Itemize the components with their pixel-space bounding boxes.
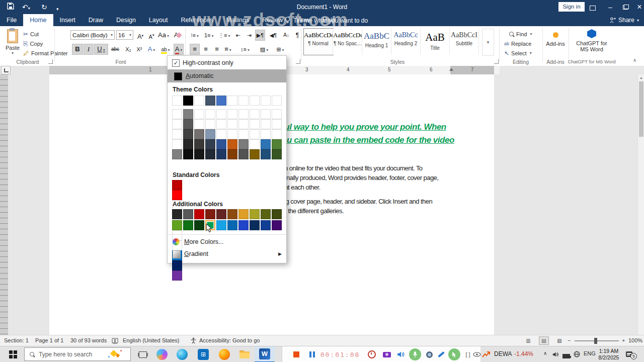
color-swatch[interactable] <box>205 139 215 149</box>
color-swatch[interactable] <box>261 149 271 159</box>
color-swatch[interactable] <box>205 96 215 106</box>
tab-layout[interactable]: Layout <box>142 14 175 26</box>
webcam-toggle-button[interactable] <box>423 346 435 362</box>
vertical-ruler[interactable] <box>0 74 8 335</box>
stop-recording-button[interactable] <box>290 346 302 362</box>
firefox-button[interactable] <box>215 346 233 362</box>
color-swatch[interactable] <box>227 129 237 139</box>
color-swatch[interactable] <box>238 139 249 149</box>
color-swatch[interactable] <box>261 109 271 119</box>
style-subtitle[interactable]: AaBbCcISubtitle <box>450 29 479 55</box>
color-swatch[interactable] <box>194 119 204 129</box>
grow-font-button[interactable]: A▴ <box>136 30 145 40</box>
color-swatch[interactable] <box>227 96 237 106</box>
scrollbar-thumb[interactable] <box>639 81 643 137</box>
color-swatch[interactable] <box>250 220 260 230</box>
accessibility-status[interactable]: Accessibility: Good to go <box>199 337 260 343</box>
color-swatch[interactable] <box>227 149 237 159</box>
tab-draw[interactable]: Draw <box>82 14 110 26</box>
sort-button[interactable]: A↓ <box>282 30 291 40</box>
align-left-button[interactable]: ≡ <box>190 44 199 54</box>
stock-widget-icon[interactable] <box>481 346 491 362</box>
color-swatch[interactable] <box>238 220 249 230</box>
color-swatch[interactable] <box>261 209 271 219</box>
color-swatch[interactable] <box>216 119 226 129</box>
change-case-button[interactable]: Aa▾ <box>158 30 169 40</box>
color-swatch[interactable] <box>183 96 193 106</box>
automatic-color-option[interactable]: Automatic <box>168 69 286 82</box>
color-swatch[interactable] <box>216 139 226 149</box>
bold-button[interactable]: B <box>72 44 83 54</box>
style-heading-2[interactable]: AaBbCcHeading 2 <box>391 29 421 55</box>
proofing-icon[interactable] <box>112 338 118 344</box>
close-button[interactable]: × <box>632 0 644 14</box>
color-swatch[interactable] <box>238 109 249 119</box>
microphone-toggle-button[interactable] <box>408 346 422 362</box>
tab-insert[interactable]: Insert <box>53 14 82 26</box>
color-swatch[interactable] <box>272 209 282 219</box>
read-mode-button[interactable]: ▥ <box>524 337 533 344</box>
color-swatch[interactable] <box>216 96 226 106</box>
tab-selector[interactable] <box>1 66 11 74</box>
color-swatch[interactable] <box>194 149 204 159</box>
color-swatch[interactable] <box>183 149 193 159</box>
tab-home[interactable]: Home <box>23 14 53 26</box>
color-swatch[interactable] <box>272 129 282 139</box>
color-swatch[interactable] <box>216 220 226 230</box>
zoom-slider-thumb[interactable] <box>594 338 597 344</box>
numbering-button[interactable]: 1≡▾ <box>204 30 214 40</box>
color-swatch[interactable] <box>238 119 249 129</box>
color-swatch[interactable] <box>272 149 282 159</box>
network-icon[interactable] <box>574 350 580 359</box>
paragraph-dialog-launcher[interactable] <box>296 59 300 64</box>
scroll-up-icon[interactable]: ▲ <box>638 74 644 79</box>
color-swatch[interactable] <box>227 220 237 230</box>
color-swatch[interactable] <box>172 180 182 190</box>
zoom-level[interactable]: 100% <box>628 337 642 343</box>
collapse-ribbon-icon[interactable]: ∧ <box>633 57 636 63</box>
pause-recording-button[interactable] <box>304 346 316 362</box>
text-effects-button[interactable]: A▾ <box>147 44 156 54</box>
page-indicator[interactable]: Page 1 of 1 <box>35 337 63 343</box>
color-swatch[interactable] <box>172 119 182 129</box>
color-swatch[interactable] <box>250 109 260 119</box>
font-size-combo[interactable]: 16▾ <box>116 30 133 40</box>
superscript-button[interactable]: X² <box>135 44 144 54</box>
section-indicator[interactable]: Section: 1 <box>4 337 29 343</box>
language-tray[interactable]: ENG <box>584 350 596 356</box>
shrink-font-button[interactable]: A▾ <box>147 30 156 40</box>
color-swatch[interactable] <box>250 96 260 106</box>
color-swatch[interactable] <box>194 220 204 230</box>
color-swatch[interactable] <box>172 109 182 119</box>
taskbar-search[interactable]: Type here to search <box>24 347 131 361</box>
annotate-button[interactable] <box>435 346 447 362</box>
color-swatch[interactable] <box>194 129 204 139</box>
color-swatch[interactable] <box>172 190 182 200</box>
color-swatch[interactable] <box>227 209 237 219</box>
bullets-button[interactable]: ⁝≡▾ <box>190 30 199 40</box>
find-button[interactable]: Find▾ <box>504 30 532 38</box>
tray-expand-icon[interactable]: ∧ <box>543 350 547 356</box>
add-ins-button[interactable]: Add-ins <box>544 28 567 47</box>
italic-button[interactable]: I <box>84 44 93 54</box>
clear-formatting-button[interactable]: A <box>173 30 182 40</box>
horizontal-ruler[interactable]: 1234567 <box>0 66 644 74</box>
align-right-button[interactable]: ≡ <box>212 44 221 54</box>
speaker-toggle-button[interactable] <box>395 346 407 362</box>
checkbox-checked-icon[interactable]: ✓ <box>172 59 180 67</box>
color-swatch[interactable] <box>227 119 237 129</box>
clipboard-dialog-launcher[interactable] <box>48 59 53 64</box>
zoom-out-button[interactable]: − <box>568 337 571 343</box>
color-swatch[interactable] <box>194 109 204 119</box>
color-swatch[interactable] <box>216 149 226 159</box>
color-swatch[interactable] <box>216 209 226 219</box>
color-swatch[interactable] <box>250 139 260 149</box>
ribbon-display-options-icon[interactable] <box>590 4 596 13</box>
highlight-color-button[interactable]: ab▾ <box>161 44 170 54</box>
font-color-button[interactable]: A▾ <box>174 44 183 54</box>
sign-in-button[interactable]: Sign in <box>558 2 585 12</box>
color-swatch[interactable] <box>272 119 282 129</box>
cursor-highlight-button[interactable] <box>447 346 461 362</box>
justify-button[interactable]: ≡▾ <box>223 44 232 54</box>
increase-indent-button[interactable]: ⇥ <box>245 30 254 40</box>
